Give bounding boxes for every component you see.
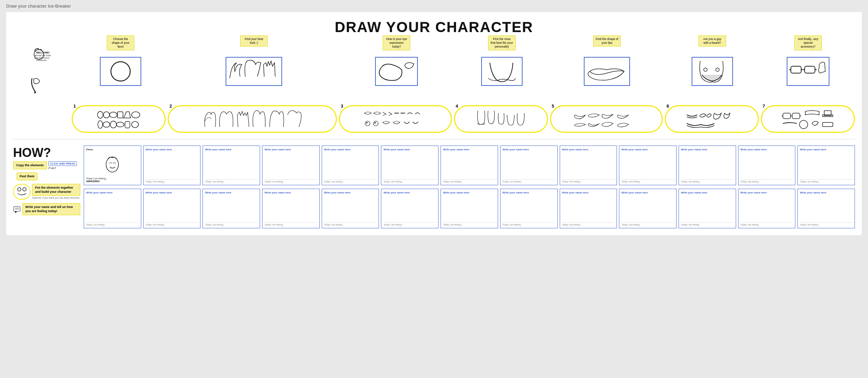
card-feeling-r1-8: Today I am feeling... xyxy=(503,179,555,183)
svg-point-6 xyxy=(704,68,707,71)
card-r1-13[interactable]: Write your name here Today I am feeling.… xyxy=(797,146,855,185)
card-feeling-r2-9: Today I am feeling... xyxy=(562,222,615,226)
card-feeling-r1-7: Today I am feeling... xyxy=(443,179,496,183)
svg-text:LETS INTRODUCE: LETS INTRODUCE xyxy=(34,57,50,59)
svg-point-24 xyxy=(365,121,370,126)
card-r2-3[interactable]: Write your name here Today I am feeling.… xyxy=(203,189,260,228)
card-drawing-r2-4 xyxy=(265,195,317,222)
card-feeling-r1-13: Today I am feeling... xyxy=(800,179,852,183)
card-drawing-r1-8 xyxy=(503,152,555,179)
step-6-box xyxy=(692,57,733,86)
card-feeling-r1-5: Today I am feeling... xyxy=(324,179,377,183)
card-r1-4[interactable]: Write your name here Today I am feeling.… xyxy=(262,146,320,185)
step-1-sticky: Choose the shape of your face! xyxy=(107,36,134,50)
how-step-build-label: Put the elements together and build your… xyxy=(32,184,80,196)
svg-point-39 xyxy=(106,157,118,172)
svg-rect-20 xyxy=(125,121,130,128)
step-3-container: How is your eye expression today? xyxy=(340,46,453,86)
main-title: DRAW YOUR CHARACTER xyxy=(13,19,855,36)
step-5-container: Find the shape of your lips xyxy=(551,46,663,86)
card-name-r2-11: Write your name here xyxy=(681,191,734,194)
card-feeling-r2-11: Today I am feeling... xyxy=(681,222,734,226)
svg-point-26 xyxy=(373,121,378,126)
card-r2-10[interactable]: Write your name here Today I am feeling.… xyxy=(619,189,676,228)
card-drawing-r2-6 xyxy=(383,195,436,222)
card-r2-9[interactable]: Write your name here Today I am feeling.… xyxy=(560,189,617,228)
option-3-shapes xyxy=(363,108,428,130)
svg-point-12 xyxy=(110,112,117,118)
card-feeling-r2-5: Today I am feeling... xyxy=(324,222,377,226)
card-r2-11[interactable]: Write your name here Today I am feeling.… xyxy=(679,189,736,228)
step-5-sticky: Find the shape of your lips xyxy=(593,36,621,47)
svg-point-10 xyxy=(97,111,103,118)
how-step-copy-label: Copy the elements xyxy=(13,161,47,169)
cards-row-1: Piera Today I am feeling... AMAZING! xyxy=(84,146,855,185)
card-drawing-r2-11 xyxy=(681,195,734,222)
step-6-sticky: Are you a guy with a beard? xyxy=(699,36,726,47)
option-4-shapes xyxy=(474,108,528,130)
card-name-r1-12: Write your name here xyxy=(741,148,793,151)
card-feeling-r1-3: Today I am feeling... xyxy=(205,179,258,183)
option-4: 4 xyxy=(454,105,548,133)
option-6: 6 xyxy=(665,105,759,133)
card-name-r2-3: Write your name here xyxy=(205,191,258,194)
option-2-number: 2 xyxy=(169,103,172,109)
piera-name: Piera xyxy=(86,148,139,151)
svg-point-17 xyxy=(103,122,110,127)
option-5-number: 5 xyxy=(552,103,554,109)
card-r2-7[interactable]: Write your name here Today I am feeling.… xyxy=(441,189,498,228)
svg-point-7 xyxy=(716,68,719,71)
svg-point-15 xyxy=(132,112,140,118)
option-5-shapes xyxy=(574,108,639,130)
click-press-badge: CLICK AND PRESS xyxy=(48,161,77,166)
card-name-r2-8: Write your name here xyxy=(503,191,555,194)
bottom-section: HOW? Copy the elements CLICK AND PRESS I… xyxy=(13,146,855,228)
option-7: 7 xyxy=(761,105,855,133)
svg-point-34 xyxy=(18,188,21,191)
card-r2-6[interactable]: Write your name here Today I am feeling.… xyxy=(381,189,438,228)
piera-card[interactable]: Piera Today I am feeling... AMAZING! xyxy=(84,146,141,185)
card-drawing-r1-12 xyxy=(741,152,793,179)
cards-row-2: Write your name here Today I am feeling.… xyxy=(84,189,855,228)
option-1-number: 1 xyxy=(73,103,76,109)
option-6-number: 6 xyxy=(666,103,669,109)
card-r1-6[interactable]: Write your name here Today I am feeling.… xyxy=(381,146,438,185)
card-r1-2[interactable]: Write your name here Today I am feeling.… xyxy=(143,146,201,185)
card-feeling-r2-4: Today I am feeling... xyxy=(265,222,317,226)
option-6-shapes xyxy=(685,108,738,130)
card-name-r1-11: Write your name here xyxy=(681,148,734,151)
step-4-drawing xyxy=(485,58,519,85)
step-3-drawing xyxy=(376,58,417,85)
card-r1-10[interactable]: Write your name here Today I am feeling.… xyxy=(619,146,676,185)
card-r1-3[interactable]: Write your name here Today I am feeling.… xyxy=(203,146,260,185)
card-r1-11[interactable]: Write your name here Today I am feeling.… xyxy=(679,146,736,185)
card-r2-2[interactable]: Write your name here Today I am feeling.… xyxy=(143,189,201,228)
svg-marker-14 xyxy=(124,112,131,118)
card-r2-5[interactable]: Write your name here Today I am feeling.… xyxy=(322,189,379,228)
card-name-r1-10: Write your name here xyxy=(621,148,674,151)
card-r1-12[interactable]: Write your name here Today I am feeling.… xyxy=(738,146,796,185)
card-r2-8[interactable]: Write your name here Today I am feeling.… xyxy=(500,189,558,228)
card-r1-8[interactable]: Write your name here Today I am feeling.… xyxy=(500,146,558,185)
card-r1-5[interactable]: Write your name here Today I am feeling.… xyxy=(322,146,379,185)
card-r2-13[interactable]: Write your name here Today I am feeling.… xyxy=(797,189,855,228)
option-2-shapes xyxy=(201,108,304,130)
card-drawing-r1-2 xyxy=(146,152,198,179)
svg-rect-29 xyxy=(792,113,800,119)
step-2-container: Find your best look :) xyxy=(169,46,338,86)
option-3-number: 3 xyxy=(341,103,343,109)
card-feeling-r2-1: Today I am feeling... xyxy=(86,222,139,226)
card-r1-9[interactable]: Write your name here Today I am feeling.… xyxy=(560,146,617,185)
step-1-box xyxy=(100,57,141,86)
card-r1-7[interactable]: Write your name here Today I am feeling.… xyxy=(441,146,498,185)
option-1-shapes xyxy=(96,108,141,130)
card-r2-12[interactable]: Write your name here Today I am feeling.… xyxy=(738,189,796,228)
option-7-shapes xyxy=(781,108,835,130)
card-name-r2-4: Write your name here xyxy=(265,191,317,194)
card-drawing-r2-5 xyxy=(324,195,377,222)
svg-point-16 xyxy=(98,121,103,128)
card-drawing-r1-13 xyxy=(800,152,852,179)
card-r2-4[interactable]: Write your name here Today I am feeling.… xyxy=(262,189,320,228)
card-r2-1[interactable]: Write your name here Today I am feeling.… xyxy=(84,189,141,228)
card-feeling-r1-10: Today I am feeling... xyxy=(621,179,674,183)
